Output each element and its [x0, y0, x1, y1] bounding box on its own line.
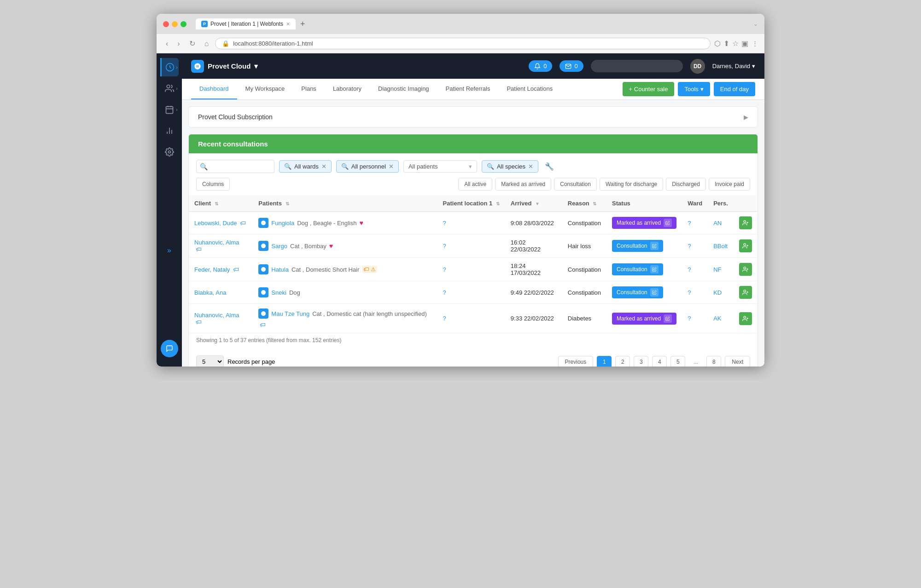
tab-dashboard[interactable]: Dashboard — [191, 79, 237, 99]
forward-button[interactable]: › — [175, 39, 182, 49]
pers-link-2[interactable]: NF — [713, 266, 721, 273]
sidebar-item-patients[interactable]: › — [160, 79, 179, 98]
address-bar[interactable]: 🔒 localhost:8080/iteration-1.html — [215, 38, 711, 49]
all-personnel-close-icon[interactable]: ✕ — [389, 163, 394, 170]
bookmark-icon[interactable]: ☆ — [732, 39, 739, 48]
patient-link-4[interactable]: Mau Tze Tung — [271, 310, 309, 317]
tab-my-workspace[interactable]: My Workspace — [237, 79, 293, 99]
next-page-button[interactable]: Next — [725, 356, 750, 367]
client-link-4[interactable]: Nuhanovic, Alma — [194, 312, 239, 319]
action-button-3[interactable] — [739, 286, 752, 299]
patient-link-1[interactable]: Sargo — [271, 243, 287, 250]
minimize-window-button[interactable] — [172, 21, 178, 27]
client-link-2[interactable]: Feder, Nataly — [194, 266, 230, 273]
external-link-icon[interactable]: ⬡ — [714, 39, 721, 48]
pers-link-3[interactable]: KD — [713, 289, 722, 296]
pers-link-0[interactable]: AN — [713, 220, 722, 227]
sidebar-collapse-button[interactable]: » — [167, 246, 171, 255]
col-client[interactable]: Client ⇅ — [189, 195, 253, 212]
page-5-button[interactable]: 5 — [670, 356, 685, 367]
previous-page-button[interactable]: Previous — [558, 356, 594, 367]
ward-question-link-0[interactable]: ? — [688, 220, 691, 227]
tab-patient-referrals[interactable]: Patient Referrals — [437, 79, 499, 99]
status-badge-4[interactable]: Marked as arrived — [612, 313, 676, 325]
patient-link-0[interactable]: Fungiola — [271, 220, 294, 227]
action-button-2[interactable] — [739, 263, 752, 276]
col-arrived[interactable]: Arrived ▼ — [505, 195, 562, 212]
location-question-link-3[interactable]: ? — [443, 289, 446, 296]
global-search-input[interactable] — [591, 60, 683, 72]
tab-patient-locations[interactable]: Patient Locations — [498, 79, 561, 99]
page-4-button[interactable]: 4 — [652, 356, 667, 367]
ward-question-link-2[interactable]: ? — [688, 266, 691, 273]
back-button[interactable]: ‹ — [163, 39, 171, 49]
sidebar-item-settings[interactable] — [160, 143, 179, 161]
status-badge-3[interactable]: Consultation — [612, 286, 663, 298]
location-question-link-2[interactable]: ? — [443, 266, 446, 273]
home-button[interactable]: ⌂ — [202, 39, 212, 49]
wrench-icon[interactable]: 🔧 — [545, 162, 554, 171]
status-badge-2[interactable]: Consultation — [612, 263, 663, 275]
patient-link-2[interactable]: Hatula — [271, 266, 289, 273]
tab-laboratory[interactable]: Laboratory — [325, 79, 370, 99]
page-8-button[interactable]: 8 — [706, 356, 721, 367]
maximize-window-button[interactable] — [181, 21, 187, 27]
status-invoice-paid[interactable]: Invoice paid — [709, 178, 750, 191]
counter-sale-button[interactable]: + Counter sale — [623, 82, 675, 96]
notifications-button[interactable]: 0 — [529, 60, 552, 72]
location-question-link-0[interactable]: ? — [443, 220, 446, 227]
reading-mode-icon[interactable]: ▣ — [741, 39, 748, 48]
all-species-close-icon[interactable]: ✕ — [528, 163, 533, 170]
page-1-button[interactable]: 1 — [597, 356, 612, 367]
all-patients-filter[interactable]: All patients ▾ — [403, 160, 477, 173]
all-species-filter[interactable]: 🔍 All species ✕ — [482, 160, 538, 173]
action-button-0[interactable] — [739, 216, 752, 229]
new-tab-button[interactable]: + — [297, 19, 308, 29]
all-wards-close-icon[interactable]: ✕ — [321, 163, 326, 170]
page-2-button[interactable]: 2 — [615, 356, 630, 367]
client-link-1[interactable]: Nuhanovic, Alma — [194, 239, 239, 246]
ward-question-link-3[interactable]: ? — [688, 289, 691, 296]
tab-plans[interactable]: Plans — [293, 79, 325, 99]
refresh-button[interactable]: ↻ — [187, 38, 198, 49]
pers-link-1[interactable]: BBolt — [713, 243, 728, 250]
sidebar-item-reports[interactable] — [160, 122, 179, 140]
all-wards-filter[interactable]: 🔍 All wards ✕ — [279, 160, 332, 173]
sidebar-item-calendar[interactable]: › — [160, 100, 179, 119]
action-button-1[interactable] — [739, 239, 752, 252]
patient-link-3[interactable]: Sneki — [271, 289, 286, 296]
status-discharged[interactable]: Discharged — [666, 178, 706, 191]
action-button-4[interactable] — [739, 312, 752, 325]
status-badge-0[interactable]: Marked as arrived — [612, 217, 676, 229]
col-reason[interactable]: Reason ⇅ — [562, 195, 606, 212]
all-personnel-filter[interactable]: 🔍 All personnel ✕ — [336, 160, 399, 173]
records-select[interactable]: 5 10 25 50 100 — [196, 355, 224, 367]
col-patient-location[interactable]: Patient location 1 ⇅ — [437, 195, 505, 212]
share-icon[interactable]: ⬆ — [723, 39, 729, 48]
page-3-button[interactable]: 3 — [634, 356, 648, 367]
filter-text-input[interactable] — [196, 160, 274, 173]
active-browser-tab[interactable]: P Provet | Iteration 1 | Webfonts ✕ — [196, 18, 296, 29]
ward-question-link-4[interactable]: ? — [688, 315, 691, 322]
status-waiting-discharge[interactable]: Waiting for discharge — [600, 178, 663, 191]
tools-button[interactable]: Tools ▾ — [678, 82, 710, 96]
user-menu[interactable]: Darnes, David ▾ — [712, 63, 755, 70]
location-question-link-1[interactable]: ? — [443, 243, 446, 250]
subscription-expand-icon[interactable]: ▶ — [744, 114, 748, 121]
tab-diagnostic-imaging[interactable]: Diagnostic Imaging — [370, 79, 437, 99]
client-link-0[interactable]: Lebowski, Dude — [194, 220, 237, 227]
columns-button[interactable]: Columns — [196, 178, 230, 191]
end-of-day-button[interactable]: End of day — [714, 82, 755, 96]
location-question-link-4[interactable]: ? — [443, 315, 446, 322]
status-all-active[interactable]: All active — [458, 178, 492, 191]
pers-link-4[interactable]: AK — [713, 315, 721, 322]
col-patients[interactable]: Patients ⇅ — [253, 195, 437, 212]
ward-question-link-1[interactable]: ? — [688, 243, 691, 250]
logo[interactable]: Provet Cloud ▾ — [191, 60, 258, 73]
more-options-icon[interactable]: ⋮ — [752, 40, 758, 47]
status-marked-as-arrived[interactable]: Marked as arrived — [495, 178, 551, 191]
messages-button[interactable]: 0 — [560, 60, 583, 72]
close-window-button[interactable] — [163, 21, 169, 27]
client-link-3[interactable]: Blabka, Ana — [194, 289, 226, 296]
chat-button[interactable] — [161, 340, 178, 357]
